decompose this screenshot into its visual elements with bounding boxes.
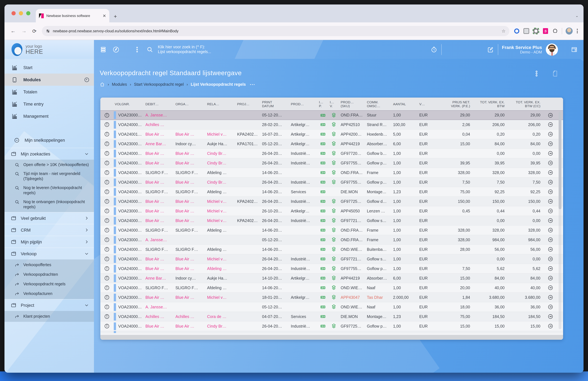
sidebar-subitem-tijd-mijn-team-niet-vergrendel[interactable]: Tijd mijn team - niet vergrendeld (Tijdr… [4,169,94,183]
sidebar-subitem-verkoopoffertes[interactable]: Verkoopoffertes [4,260,94,270]
row-info-icon[interactable] [100,141,113,147]
row-info-icon[interactable] [100,256,113,262]
row-info-icon[interactable] [100,160,113,166]
sidebar-item-time-entry[interactable]: Time entry [4,98,94,110]
sidebar-item-management[interactable]: Management [4,110,94,122]
column-header-orga[interactable]: ORGA… [174,102,206,106]
sidebar-subitem-klant-projecten[interactable]: Klant projecten [4,312,94,321]
column-header-iv[interactable]: I… V. [328,100,339,108]
vertical-scrollbar[interactable] [559,112,562,329]
sidebar-group-veel-gebruikt[interactable]: Veel gebruikt [4,212,94,224]
row-open-arrow-icon[interactable] [544,170,556,175]
row-open-arrow-icon[interactable] [544,237,556,243]
sidebar-group-mijn-zoekacties[interactable]: Mijn zoekacties [4,148,94,160]
url-bar[interactable]: newbase-prod.newbase.servoy-cloud.eu/sol… [42,26,509,36]
row-info-icon[interactable] [100,112,113,118]
row-info-icon[interactable] [100,304,113,310]
sidebar-subitem-verkoopopdrachten[interactable]: Verkoopopdrachten [4,270,94,279]
extension-pink-icon[interactable]: S [542,28,549,34]
breadcrumb-item[interactable]: Modules [112,82,127,87]
table-row[interactable]: VOA24000…Blue Air …Blue Air …Michiel v…2… [100,254,563,264]
row-info-icon[interactable] [100,208,113,214]
chevron-down-icon[interactable] [84,251,89,256]
table-row[interactable]: VOA23000…Blue Air …Blue Air …Michiel v…1… [100,293,563,302]
row-info-icon[interactable] [100,323,113,329]
table-row[interactable]: VOA24000…Blue Air …Blue Air …Michiel v…K… [100,197,563,206]
row-open-arrow-icon[interactable] [544,141,556,147]
row-open-arrow-icon[interactable] [544,285,556,291]
chevron-down-icon[interactable] [84,152,89,156]
row-info-icon[interactable] [100,218,113,223]
browser-menu-icon[interactable] [577,29,578,33]
row-info-icon[interactable] [100,199,113,204]
row-open-arrow-icon[interactable] [544,160,556,166]
column-header-comm[interactable]: COMM. OMSC… [365,100,392,108]
row-open-arrow-icon[interactable] [544,218,556,223]
row-open-arrow-icon[interactable] [544,275,556,281]
row-info-icon[interactable] [100,132,113,137]
row-info-icon[interactable] [100,275,113,281]
column-header-prijs[interactable]: PRIJS NET. VERK. (P.E.) [438,100,474,108]
column-header-totcc[interactable]: TOT. VERK. EX. BTW (CC) [508,100,544,108]
site-settings-icon[interactable] [46,29,50,33]
table-row[interactable]: VOA23000…Anne Bar…Indoor cy…Aukje Ha…14-… [100,273,563,283]
sidebar-subitem-nog-te-leveren-verkoopopdracht[interactable]: Nog te leveren (Verkoopopdracht regels) [4,183,94,197]
sidebar-item-totalen[interactable]: Totalen [4,86,94,98]
table-row[interactable]: VOA23000…Blue Air …Blue Air …Michiel v…2… [100,206,563,216]
new-tab-button[interactable]: + [114,14,117,19]
row-info-icon[interactable] [100,295,113,300]
extension-chrome-icon[interactable] [523,28,529,34]
minimize-window-button[interactable] [19,11,23,15]
column-header-rela[interactable]: RELA… [206,102,235,106]
row-open-arrow-icon[interactable] [544,151,556,156]
table-row[interactable]: VOA23000…A. Jansse…05-12-20…OND.WIE…Naaf… [100,302,563,312]
header-kebab-icon[interactable] [134,46,141,53]
chevron-down-icon[interactable] [84,303,89,307]
table-row[interactable]: VOA23000…A. Jansse…05-12-20…OND.FRA…Stuu… [100,110,563,120]
browser-tab[interactable]: Newbase business software ✕ [36,9,109,22]
extensions-puzzle-icon[interactable] [552,28,558,34]
row-open-arrow-icon[interactable] [544,208,556,214]
table-row[interactable]: VOA24000…Blue Air …Blue Air …Michiel v…K… [100,216,563,225]
clock-icon[interactable] [84,77,89,82]
row-info-icon[interactable] [100,227,113,233]
table-row[interactable]: VOA24000…Blue Air …Blue Air …Cindy Br…26… [100,149,563,158]
table-row[interactable]: VOA24000…SLIGRO F…SLIGRO F…Afdeling …14-… [100,283,563,293]
table-row[interactable]: VOA24000…SLIGRO F…SLIGRO F…Afdeling …14-… [100,225,563,235]
tab-close-icon[interactable]: ✕ [103,13,106,18]
browser-profile-avatar[interactable] [566,27,573,35]
column-header-sku[interactable]: PROD… (SKU) [339,100,365,108]
logo-area[interactable]: your logo HERE [4,40,94,59]
extension-capture-icon[interactable] [533,28,539,34]
table-row[interactable]: VOA24001…Blue Air …Blue Air …Michiel v…K… [100,130,563,139]
row-open-arrow-icon[interactable] [544,247,556,252]
column-header-debit[interactable]: DEBIT… [144,102,174,106]
table-row[interactable]: VOA24000…SLIGRO F…SLIGRO F…Afdeling …14-… [100,245,563,254]
row-open-arrow-icon[interactable] [544,323,556,329]
chevron-right-icon[interactable] [84,240,89,244]
row-info-icon[interactable] [100,189,113,195]
breadcrumb-item[interactable]: Lijst Verkoopopdracht regels [191,82,246,87]
edit-icon[interactable] [487,46,494,53]
compass-icon[interactable] [112,46,120,53]
table-row[interactable]: VOA24000…Blue Air …Blue Air …Cindy Br…26… [100,158,563,168]
sidebar-group-project[interactable]: Project [4,299,94,311]
row-info-icon[interactable] [100,266,113,271]
row-open-arrow-icon[interactable] [544,199,556,204]
chevron-right-icon[interactable] [84,228,89,232]
home-icon[interactable] [100,82,105,87]
row-info-icon[interactable] [100,314,113,319]
back-button[interactable]: ← [11,28,16,34]
row-info-icon[interactable] [100,179,113,185]
table-row[interactable]: VOA24000…Achilles …Achilles …Cora de …04… [100,312,563,321]
table-row[interactable]: VOA24000…Blue Air …Blue Air …Afdeling …2… [100,264,563,273]
row-open-arrow-icon[interactable] [544,112,556,118]
column-header-print[interactable]: PRINT DATUM [260,100,289,108]
column-header-volgnr[interactable]: VOLGNR. [113,102,144,106]
row-open-arrow-icon[interactable] [544,266,556,271]
reload-button[interactable]: ⟳ [32,28,37,34]
row-open-arrow-icon[interactable] [544,304,556,310]
row-open-arrow-icon[interactable] [544,256,556,262]
breadcrumb-more-icon[interactable]: ●●● [250,84,255,85]
zoom-window-button[interactable] [26,11,30,15]
